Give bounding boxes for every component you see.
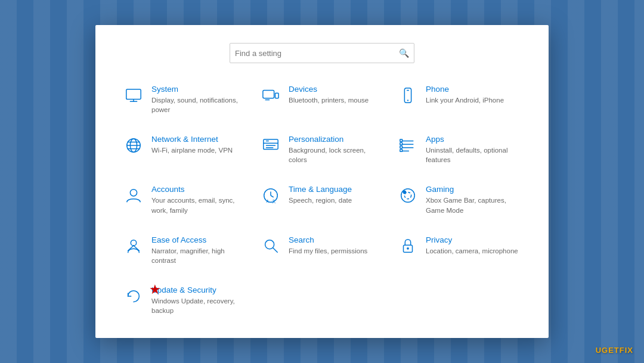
ease-icon bbox=[123, 235, 144, 257]
privacy-icon bbox=[397, 235, 419, 257]
setting-title-gaming: Gaming bbox=[426, 185, 521, 194]
setting-title-accounts: Accounts bbox=[151, 185, 247, 194]
setting-desc-update: Windows Update, recovery, backup bbox=[151, 296, 247, 315]
setting-text-search: Search Find my files, permissions bbox=[289, 235, 384, 256]
setting-desc-ease: Narrator, magnifier, high contrast bbox=[151, 246, 247, 265]
search-input[interactable] bbox=[235, 49, 399, 58]
setting-item-personalization[interactable]: Personalization Background, lock screen,… bbox=[256, 130, 388, 169]
update-icon bbox=[123, 286, 144, 307]
search-bar[interactable]: 🔍 bbox=[230, 43, 414, 63]
settings-window: 🔍 System Display, sound, notifications, … bbox=[95, 25, 549, 338]
setting-title-devices: Devices bbox=[289, 85, 384, 94]
setting-text-personalization: Personalization Background, lock screen,… bbox=[289, 135, 384, 165]
setting-desc-personalization: Background, lock screen, colors bbox=[289, 145, 384, 165]
setting-title-search: Search bbox=[289, 235, 384, 244]
svg-rect-3 bbox=[263, 91, 274, 98]
search-icon: 🔍 bbox=[399, 48, 409, 58]
svg-text:A: A bbox=[267, 200, 270, 204]
personalization-icon bbox=[260, 135, 281, 156]
svg-point-32 bbox=[403, 191, 407, 194]
svg-rect-4 bbox=[275, 93, 279, 98]
svg-line-35 bbox=[273, 247, 278, 252]
phone-icon bbox=[397, 85, 419, 106]
devices-icon bbox=[260, 85, 281, 106]
setting-text-apps: Apps Uninstall, defaults, optional featu… bbox=[426, 135, 521, 165]
watermark: UGETFIX bbox=[596, 346, 633, 355]
setting-text-ease: Ease of Access Narrator, magnifier, high… bbox=[151, 235, 247, 265]
setting-text-system: System Display, sound, notifications, po… bbox=[151, 85, 247, 114]
setting-desc-phone: Link your Android, iPhone bbox=[426, 95, 521, 105]
svg-rect-0 bbox=[126, 89, 141, 100]
setting-item-phone[interactable]: Phone Link your Android, iPhone bbox=[394, 80, 525, 119]
setting-desc-privacy: Location, camera, microphone bbox=[426, 246, 521, 256]
setting-text-devices: Devices Bluetooth, printers, mouse bbox=[289, 85, 384, 105]
svg-point-24 bbox=[130, 190, 137, 196]
setting-item-accounts[interactable]: Accounts Your accounts, email, sync, wor… bbox=[119, 180, 250, 219]
search-icon bbox=[260, 235, 281, 257]
setting-item-apps[interactable]: Apps Uninstall, defaults, optional featu… bbox=[394, 130, 525, 169]
setting-text-accounts: Accounts Your accounts, email, sync, wor… bbox=[151, 185, 247, 215]
svg-line-27 bbox=[271, 196, 274, 197]
setting-desc-devices: Bluetooth, printers, mouse bbox=[289, 95, 384, 105]
setting-text-update: Update & Security Windows Update, recove… bbox=[151, 286, 247, 315]
setting-item-system[interactable]: System Display, sound, notifications, po… bbox=[119, 80, 250, 119]
svg-rect-23 bbox=[400, 150, 402, 152]
setting-text-time: Time & Language Speech, region, date bbox=[289, 185, 384, 205]
gaming-icon bbox=[397, 185, 419, 206]
setting-desc-accounts: Your accounts, email, sync, work, family bbox=[151, 196, 247, 215]
setting-text-network: Network & Internet Wi-Fi, airplane mode,… bbox=[151, 135, 247, 155]
setting-title-time: Time & Language bbox=[289, 185, 384, 194]
setting-item-ease[interactable]: Ease of Access Narrator, magnifier, high… bbox=[119, 231, 250, 270]
setting-title-ease: Ease of Access bbox=[151, 235, 247, 244]
setting-desc-network: Wi-Fi, airplane mode, VPN bbox=[151, 145, 247, 155]
setting-title-system: System bbox=[151, 85, 247, 94]
time-icon: A文 bbox=[260, 185, 281, 206]
svg-point-37 bbox=[407, 247, 409, 249]
setting-title-apps: Apps bbox=[426, 135, 521, 144]
setting-item-time[interactable]: A文 Time & Language Speech, region, date bbox=[256, 180, 388, 219]
setting-item-network[interactable]: Network & Internet Wi-Fi, airplane mode,… bbox=[119, 130, 250, 169]
svg-rect-21 bbox=[400, 143, 402, 145]
apps-icon bbox=[397, 135, 419, 156]
setting-item-search[interactable]: Search Find my files, permissions bbox=[256, 231, 388, 270]
settings-grid: System Display, sound, notifications, po… bbox=[119, 80, 525, 320]
system-icon bbox=[123, 85, 144, 106]
setting-desc-time: Speech, region, date bbox=[289, 196, 384, 205]
svg-rect-20 bbox=[400, 139, 402, 142]
svg-point-30 bbox=[401, 189, 415, 203]
network-icon bbox=[123, 135, 144, 156]
setting-title-privacy: Privacy bbox=[426, 235, 521, 244]
svg-text:文: 文 bbox=[272, 200, 276, 204]
setting-desc-system: Display, sound, notifications, power bbox=[151, 95, 247, 114]
svg-point-8 bbox=[407, 100, 408, 101]
setting-title-update: Update & Security bbox=[151, 286, 247, 294]
setting-desc-search: Find my files, permissions bbox=[289, 246, 384, 256]
setting-text-privacy: Privacy Location, camera, microphone bbox=[426, 235, 521, 256]
setting-item-devices[interactable]: Devices Bluetooth, printers, mouse bbox=[256, 80, 388, 119]
setting-title-network: Network & Internet bbox=[151, 135, 247, 144]
setting-title-personalization: Personalization bbox=[289, 135, 384, 144]
setting-item-gaming[interactable]: Gaming Xbox Game Bar, captures, Game Mod… bbox=[394, 180, 525, 219]
accounts-icon bbox=[123, 185, 144, 206]
svg-rect-22 bbox=[400, 146, 402, 148]
svg-point-33 bbox=[131, 240, 136, 245]
search-bar-row: 🔍 bbox=[119, 43, 525, 63]
setting-text-phone: Phone Link your Android, iPhone bbox=[426, 85, 521, 105]
setting-item-update[interactable]: Update & Security Windows Update, recove… bbox=[119, 281, 250, 320]
setting-text-gaming: Gaming Xbox Game Bar, captures, Game Mod… bbox=[426, 185, 521, 215]
setting-desc-gaming: Xbox Game Bar, captures, Game Mode bbox=[426, 196, 521, 215]
setting-item-privacy[interactable]: Privacy Location, camera, microphone bbox=[394, 231, 525, 270]
setting-desc-apps: Uninstall, defaults, optional features bbox=[426, 145, 521, 165]
setting-title-phone: Phone bbox=[426, 85, 521, 94]
